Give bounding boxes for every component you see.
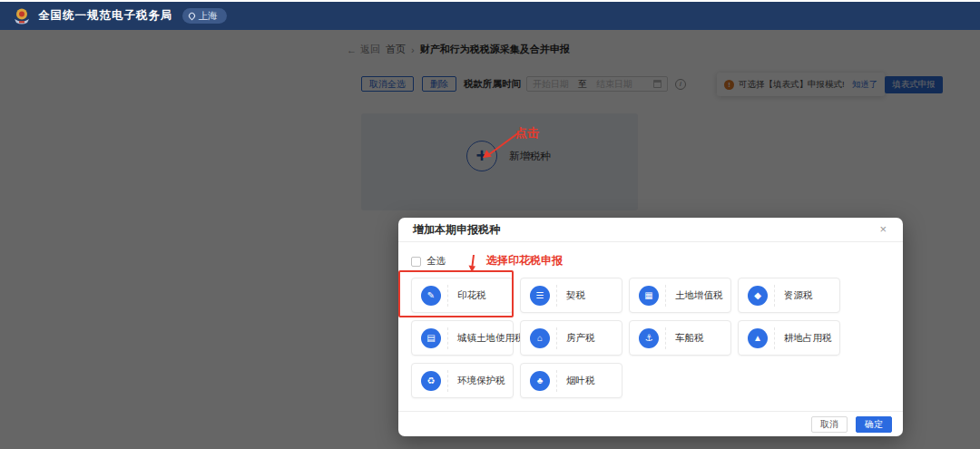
tax-bureau-logo-icon	[13, 7, 31, 25]
tax-type-card[interactable]: ♣烟叶税	[520, 363, 622, 398]
app-header: 全国统一规范电子税务局 上海	[0, 2, 980, 30]
click-annotation-label: 点击	[515, 125, 539, 142]
tax-type-label: 车船税	[675, 332, 704, 345]
location-badge[interactable]: 上海	[182, 8, 227, 24]
location-pin-icon	[187, 12, 196, 21]
tax-type-card[interactable]: ▲耕地占用税	[738, 320, 840, 356]
land-appreciation-tax-icon: ▦	[639, 286, 659, 306]
tax-type-label: 印花税	[457, 289, 486, 302]
etax-app-window: 全国统一规范电子税务局 上海 ← 返回 首页 › 财产和行为税税源采集及合并申报…	[0, 0, 980, 449]
vehicle-vessel-tax-icon: ⚓	[639, 328, 659, 348]
cancel-button[interactable]: 取消	[811, 416, 848, 433]
farmland-occupation-tax-icon: ▲	[748, 328, 768, 348]
stamp-tax-icon: ✎	[421, 286, 441, 306]
card-divider	[665, 285, 666, 307]
app-title: 全国统一规范电子税务局	[38, 8, 173, 24]
tax-type-label: 土地增值税	[675, 289, 723, 302]
confirm-button[interactable]: 确定	[856, 416, 892, 433]
select-all-row: 全选	[411, 253, 890, 269]
tax-type-label: 契税	[566, 289, 585, 302]
tax-type-card[interactable]: ▤城镇土地使用税	[411, 320, 514, 356]
card-divider	[447, 370, 448, 392]
modal-footer: 取消 确定	[398, 411, 903, 436]
tax-type-card[interactable]: ▦土地增值税	[629, 278, 731, 313]
tax-type-label: 资源税	[784, 289, 813, 302]
select-all-checkbox[interactable]	[411, 257, 421, 267]
tax-type-card[interactable]: ⌂房产税	[520, 320, 622, 356]
tax-type-label: 环境保护税	[457, 375, 505, 387]
tax-type-label: 烟叶税	[566, 375, 595, 387]
modal-title: 增加本期申报税种	[413, 222, 500, 238]
tax-type-card[interactable]: ☰契税	[520, 278, 622, 313]
card-divider	[447, 285, 448, 307]
add-tax-type-modal: 增加本期申报税种 × 全选 ✎印花税☰契税▦土地增值税◆资源税▤城镇土地使用税⌂…	[398, 218, 903, 436]
card-divider	[556, 327, 557, 349]
resource-tax-icon: ◆	[748, 286, 768, 306]
card-divider	[774, 327, 775, 349]
tobacco-leaf-tax-icon: ♣	[530, 371, 550, 391]
card-divider	[447, 327, 448, 349]
select-stamp-tax-annotation-label: 选择印花税申报	[486, 253, 563, 268]
select-all-label: 全选	[426, 255, 446, 268]
tax-type-grid: ✎印花税☰契税▦土地增值税◆资源税▤城镇土地使用税⌂房产税⚓车船税▲耕地占用税♻…	[411, 278, 847, 398]
tax-type-label: 房产税	[566, 332, 595, 345]
location-name: 上海	[199, 10, 218, 23]
environmental-protection-tax-icon: ♻	[421, 371, 441, 391]
card-divider	[556, 285, 557, 307]
urban-land-use-tax-icon: ▤	[421, 328, 441, 348]
card-divider	[665, 327, 666, 349]
tax-type-label: 耕地占用税	[784, 332, 832, 345]
tax-type-card[interactable]: ◆资源税	[738, 278, 840, 313]
modal-header: 增加本期申报税种	[398, 218, 903, 242]
tax-type-card[interactable]: ♻环境保护税	[411, 363, 514, 398]
tax-type-label: 城镇土地使用税	[457, 332, 524, 345]
modal-body: 全选 ✎印花税☰契税▦土地增值税◆资源税▤城镇土地使用税⌂房产税⚓车船税▲耕地占…	[398, 242, 903, 398]
card-divider	[556, 370, 557, 392]
card-divider	[774, 285, 775, 307]
house-property-tax-icon: ⌂	[530, 328, 550, 348]
deed-tax-icon: ☰	[530, 286, 550, 306]
close-icon[interactable]: ×	[879, 223, 887, 236]
tax-type-card[interactable]: ⚓车船税	[629, 320, 731, 356]
tax-type-card[interactable]: ✎印花税	[411, 278, 514, 313]
